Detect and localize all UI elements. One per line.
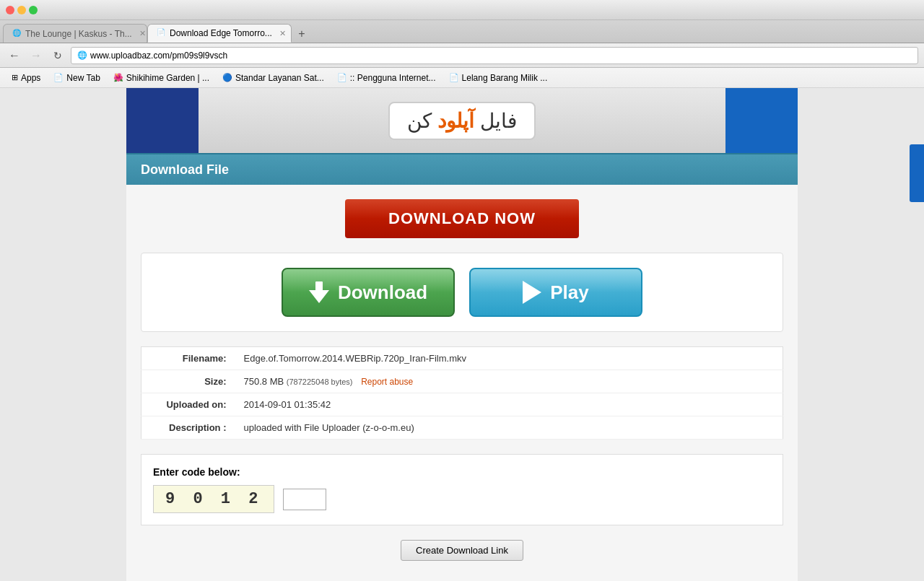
page-icon-1: 📄 xyxy=(53,73,64,82)
uploaded-row: Uploaded on: 2014-09-01 01:35:42 xyxy=(141,393,783,416)
address-bar[interactable]: 🌐 www.uploadbaz.com/pm09s9l9vsch xyxy=(71,47,918,64)
tab-favicon-1: 🌐 xyxy=(12,29,21,39)
nav-bar: ← → ↻ 🌐 www.uploadbaz.com/pm09s9l9vsch xyxy=(0,43,924,68)
download-arrow-icon xyxy=(309,281,329,303)
description-label: Description : xyxy=(141,416,235,440)
new-tab-button[interactable]: + xyxy=(292,25,312,43)
bookmark-lelang[interactable]: 📄 Lelang Barang Milik ... xyxy=(443,71,554,84)
bookmark-shikihime-label: Shikihime Garden | ... xyxy=(126,73,209,83)
header-right xyxy=(725,88,798,153)
play-button[interactable]: Play xyxy=(469,268,642,317)
site-header: فایل آپلود کن xyxy=(126,88,798,153)
size-bytes: (787225048 bytes) xyxy=(287,377,353,386)
filename-row: Filename: Edge.of.Tomorrow.2014.WEBRip.7… xyxy=(141,347,783,370)
filename-text: Edge.of.Tomorrow.2014.WEBRip.720p_Iran-F… xyxy=(244,353,467,364)
bookmark-newtab[interactable]: 📄 New Tab xyxy=(48,71,105,84)
logo-text-right: فایل xyxy=(474,110,517,132)
download-file-bar: Download File xyxy=(126,153,798,185)
file-info-table: Filename: Edge.of.Tomorrow.2014.WEBRip.7… xyxy=(141,346,783,440)
captcha-row: 9 0 1 2 xyxy=(153,485,771,513)
logo-text-left: کن xyxy=(407,110,437,132)
page-content: فایل آپلود کن Download File DOWNLOAD NOW xyxy=(0,88,924,581)
page-icon-4: 📄 xyxy=(337,73,347,82)
bookmark-apps[interactable]: ⊞ Apps xyxy=(6,71,46,84)
forward-button[interactable]: → xyxy=(27,47,45,64)
page-icon-3: 🔵 xyxy=(222,73,232,82)
size-row: Size: 750.8 MB (787225048 bytes) Report … xyxy=(141,370,783,393)
action-buttons-container: Download Play xyxy=(141,253,783,332)
header-left xyxy=(126,88,199,153)
bookmark-standar-label: Standar Layanan Sat... xyxy=(235,73,324,83)
bookmark-lelang-label: Lelang Barang Milik ... xyxy=(462,73,548,83)
download-file-title: Download File xyxy=(141,162,229,178)
download-button[interactable]: Download xyxy=(282,268,455,317)
tab-label-1: The Lounge | Kaskus - Th... xyxy=(25,29,132,39)
play-button-label: Play xyxy=(550,281,589,304)
captcha-input[interactable] xyxy=(283,489,326,510)
filename-label: Filename: xyxy=(141,347,235,370)
bookmarks-bar: ⊞ Apps 📄 New Tab 🌺 Shikihime Garden | ..… xyxy=(0,68,924,88)
main-container: فایل آپلود کن Download File DOWNLOAD NOW xyxy=(126,88,798,581)
address-icon: 🌐 xyxy=(77,51,87,60)
close-window-button[interactable] xyxy=(6,6,14,14)
captcha-label: Enter code below: xyxy=(153,466,771,478)
create-download-link-button[interactable]: Create Download Link xyxy=(401,540,523,561)
tab-close-1[interactable]: ✕ xyxy=(139,29,146,38)
download-button-label: Download xyxy=(338,281,427,304)
uploaded-value: 2014-09-01 01:35:42 xyxy=(235,393,783,416)
browser-window: 🌐 The Lounge | Kaskus - Th... ✕ 📄 Downlo… xyxy=(0,0,924,581)
bookmark-standar[interactable]: 🔵 Standar Layanan Sat... xyxy=(217,71,330,84)
size-mb: 750.8 MB xyxy=(244,376,284,387)
content-area: DOWNLOAD NOW Download Play xyxy=(126,185,798,581)
page-icon-2: 🌺 xyxy=(113,73,123,82)
tab-1[interactable]: 🌐 The Lounge | Kaskus - Th... ✕ xyxy=(3,24,147,43)
captcha-section: Enter code below: 9 0 1 2 xyxy=(141,454,783,525)
bookmark-apps-label: Apps xyxy=(21,73,40,83)
download-now-button[interactable]: DOWNLOAD NOW xyxy=(345,199,579,238)
filename-value: Edge.of.Tomorrow.2014.WEBRip.720p_Iran-F… xyxy=(235,347,783,370)
bookmark-pengguna[interactable]: 📄 :: Pengguna Internet... xyxy=(331,71,442,84)
create-link-wrapper: Create Download Link xyxy=(141,540,783,561)
uploaded-label: Uploaded on: xyxy=(141,393,235,416)
page-icon-5: 📄 xyxy=(449,73,459,82)
tab-2[interactable]: 📄 Download Edge Tomorro... ✕ xyxy=(147,24,292,43)
download-now-wrapper: DOWNLOAD NOW xyxy=(141,199,783,238)
bookmark-pengguna-label: :: Pengguna Internet... xyxy=(350,73,436,83)
bookmark-newtab-label: New Tab xyxy=(66,73,100,83)
description-row: Description : uploaded with File Uploade… xyxy=(141,416,783,440)
report-abuse-link[interactable]: Report abuse xyxy=(361,377,413,387)
refresh-button[interactable]: ↻ xyxy=(49,47,66,64)
minimize-window-button[interactable] xyxy=(17,6,26,14)
address-text: www.uploadbaz.com/pm09s9l9vsch xyxy=(90,51,227,61)
captcha-image: 9 0 1 2 xyxy=(153,485,274,513)
window-controls xyxy=(6,6,38,14)
tab-favicon-2: 📄 xyxy=(157,28,165,38)
size-value: 750.8 MB (787225048 bytes) Report abuse xyxy=(235,370,783,393)
apps-grid-icon: ⊞ xyxy=(12,73,18,82)
maximize-window-button[interactable] xyxy=(29,6,38,14)
bookmark-shikihime[interactable]: 🌺 Shikihime Garden | ... xyxy=(108,71,215,84)
tab-bar: 🌐 The Lounge | Kaskus - Th... ✕ 📄 Downlo… xyxy=(0,20,924,43)
play-icon xyxy=(523,281,541,304)
logo-text-orange: آپلود xyxy=(437,110,474,132)
side-ribbon xyxy=(910,144,924,202)
title-bar xyxy=(0,0,924,20)
site-logo: فایل آپلود کن xyxy=(388,102,536,140)
size-label: Size: xyxy=(141,370,235,393)
tab-close-2[interactable]: ✕ xyxy=(279,29,286,38)
back-button[interactable]: ← xyxy=(6,47,23,64)
description-value: uploaded with File Uploader (z-o-o-m.eu) xyxy=(235,416,783,440)
tab-label-2: Download Edge Tomorro... xyxy=(170,28,272,38)
header-center: فایل آپلود کن xyxy=(199,88,725,153)
